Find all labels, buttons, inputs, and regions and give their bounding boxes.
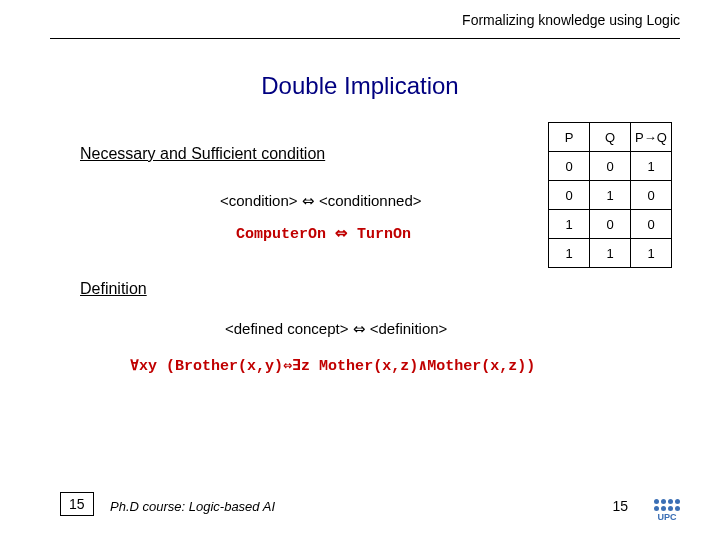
table-row: P Q P→Q [549, 123, 672, 152]
example1-left: ComputerOn [236, 226, 326, 243]
table-row: 0 1 0 [549, 181, 672, 210]
table-row: 1 0 0 [549, 210, 672, 239]
logo-dots-icon [654, 499, 680, 511]
th-pq: P→Q [631, 123, 672, 152]
definition-label: Definition [80, 280, 147, 298]
th-q: Q [590, 123, 631, 152]
logo-text: UPC [654, 513, 680, 522]
table-row: 1 1 1 [549, 239, 672, 268]
necessary-sufficient-label: Necessary and Sufficient condition [80, 145, 325, 163]
footer-course: Ph.D course: Logic-based AI [110, 499, 275, 514]
slide-title: Double Implication [0, 72, 720, 100]
truth-table: P Q P→Q 0 0 1 0 1 0 1 0 0 1 1 1 [548, 122, 672, 268]
slide: Formalizing knowledge using Logic Double… [0, 0, 720, 540]
definition-template: <defined concept> ⇔ <definition> [225, 320, 447, 338]
table-row: 0 0 1 [549, 152, 672, 181]
example-computer-on: ComputerOn ⇔ TurnOn [236, 224, 411, 243]
header-rule [50, 38, 680, 39]
example1-right: TurnOn [357, 226, 411, 243]
biconditional-icon: ⇔ [335, 224, 348, 241]
footer-page-box: 15 [60, 492, 94, 516]
condition-template: <condition> ⇔ <conditionned> [220, 192, 422, 210]
upc-logo: UPC [654, 499, 680, 522]
header-text: Formalizing knowledge using Logic [462, 12, 680, 28]
example-brother: ∀xy (Brother(x,y)⇔∃z Mother(x,z)∧Mother(… [130, 356, 535, 375]
footer-page-num: 15 [612, 498, 628, 514]
th-p: P [549, 123, 590, 152]
